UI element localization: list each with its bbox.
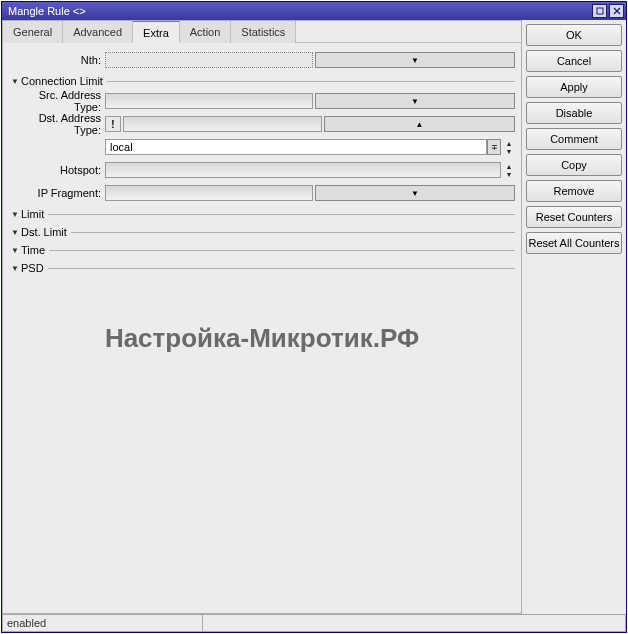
- nth-label: Nth:: [9, 54, 105, 66]
- comment-button[interactable]: Comment: [526, 128, 622, 150]
- mangle-rule-dialog: Mangle Rule <> General Advanced Extra Ac…: [1, 1, 627, 633]
- copy-button[interactable]: Copy: [526, 154, 622, 176]
- tab-advanced[interactable]: Advanced: [63, 21, 133, 43]
- window-title: Mangle Rule <>: [8, 5, 592, 17]
- minimize-button[interactable]: [592, 4, 607, 18]
- dst-address-type-up-button[interactable]: ▲: [503, 139, 515, 147]
- tab-statistics[interactable]: Statistics: [231, 21, 296, 43]
- limit-label: Limit: [21, 208, 48, 220]
- dst-address-type-dropdown-button[interactable]: ∓: [487, 139, 501, 155]
- status-text: enabled: [3, 615, 203, 631]
- button-panel: OK Cancel Apply Disable Comment Copy Rem…: [522, 20, 626, 614]
- src-address-type-input[interactable]: [105, 93, 313, 109]
- apply-button[interactable]: Apply: [526, 76, 622, 98]
- src-address-type-expand-button[interactable]: ▼: [315, 93, 515, 109]
- psd-toggle[interactable]: ▼: [9, 264, 21, 273]
- tab-general[interactable]: General: [3, 21, 63, 43]
- dst-limit-label: Dst. Limit: [21, 226, 71, 238]
- disable-button[interactable]: Disable: [526, 102, 622, 124]
- ip-fragment-label: IP Fragment:: [9, 187, 105, 199]
- time-toggle[interactable]: ▼: [9, 246, 21, 255]
- time-label: Time: [21, 244, 49, 256]
- connection-limit-toggle[interactable]: ▼: [9, 77, 21, 86]
- reset-counters-button[interactable]: Reset Counters: [526, 206, 622, 228]
- main-panel: General Advanced Extra Action Statistics…: [2, 20, 522, 614]
- nth-expand-button[interactable]: ▼: [315, 52, 515, 68]
- reset-all-counters-button[interactable]: Reset All Counters: [526, 232, 622, 254]
- psd-label: PSD: [21, 262, 48, 274]
- watermark-text: Настройка-Микротик.РФ: [105, 323, 419, 354]
- limit-toggle[interactable]: ▼: [9, 210, 21, 219]
- tab-action[interactable]: Action: [180, 21, 232, 43]
- dst-address-type-label: Dst. Address Type:: [9, 112, 105, 136]
- close-button[interactable]: [609, 4, 624, 18]
- titlebar: Mangle Rule <>: [2, 2, 626, 20]
- remove-button[interactable]: Remove: [526, 180, 622, 202]
- svg-rect-0: [597, 8, 603, 14]
- status-bar: enabled: [2, 614, 626, 632]
- form-area: Nth: ▼ ▼ Connection Limit Src. Address T…: [3, 43, 521, 613]
- dst-address-type-negate-button[interactable]: !: [105, 116, 121, 132]
- ok-button[interactable]: OK: [526, 24, 622, 46]
- src-address-type-label: Src. Address Type:: [9, 89, 105, 113]
- hotspot-down-button[interactable]: ▼: [503, 170, 515, 178]
- dst-limit-toggle[interactable]: ▼: [9, 228, 21, 237]
- hotspot-input[interactable]: [105, 162, 501, 178]
- connection-limit-label: Connection Limit: [21, 75, 107, 87]
- ip-fragment-expand-button[interactable]: ▼: [315, 185, 515, 201]
- tab-extra[interactable]: Extra: [133, 21, 180, 43]
- ip-fragment-input[interactable]: [105, 185, 313, 201]
- cancel-button[interactable]: Cancel: [526, 50, 622, 72]
- tab-bar: General Advanced Extra Action Statistics: [3, 21, 521, 43]
- hotspot-up-button[interactable]: ▲: [503, 162, 515, 170]
- dst-address-type-down-button[interactable]: ▼: [503, 147, 515, 155]
- dst-address-type-input[interactable]: [123, 116, 322, 132]
- hotspot-label: Hotspot:: [9, 164, 105, 176]
- dst-address-type-value-input[interactable]: [105, 139, 487, 155]
- nth-input[interactable]: [105, 52, 313, 68]
- dst-address-type-collapse-button[interactable]: ▲: [324, 116, 515, 132]
